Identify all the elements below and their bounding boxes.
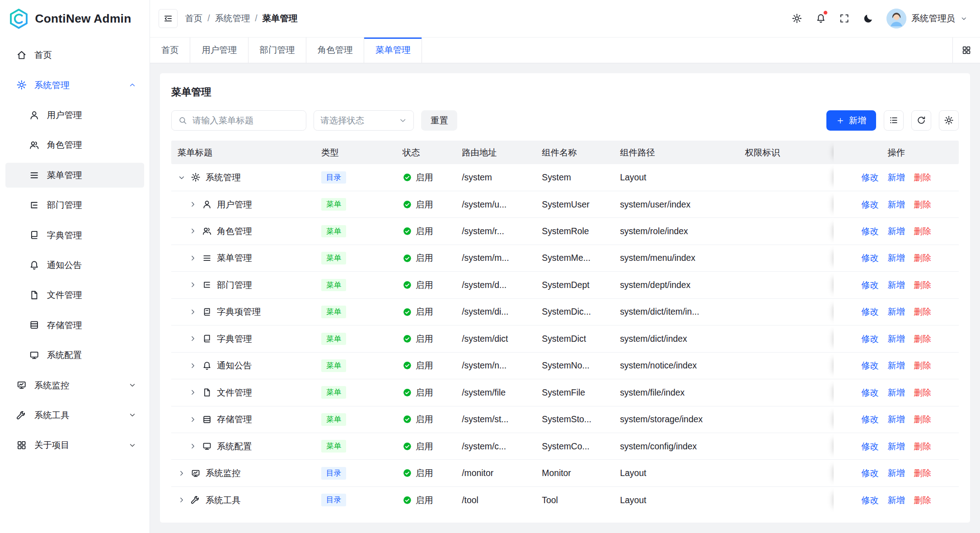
type-badge: 目录 xyxy=(321,467,346,480)
add-link[interactable]: 新增 xyxy=(887,440,905,453)
sidebar-collapse-button[interactable] xyxy=(159,9,177,28)
settings-button[interactable] xyxy=(786,8,807,29)
sidebar-item-monitor[interactable]: 系统监控 xyxy=(5,373,144,397)
row-expand-right-icon[interactable] xyxy=(178,496,186,504)
add-link[interactable]: 新增 xyxy=(887,198,905,211)
delete-link[interactable]: 删除 xyxy=(914,359,931,372)
modify-link[interactable]: 修改 xyxy=(861,198,879,211)
tab-menu[interactable]: 菜单管理 xyxy=(364,38,422,63)
delete-link[interactable]: 删除 xyxy=(914,198,931,211)
component-path-cell: system/config/index xyxy=(614,433,739,459)
status-cell: 启用 xyxy=(396,353,455,379)
row-expand-right-icon[interactable] xyxy=(189,281,197,289)
modify-link[interactable]: 修改 xyxy=(861,306,879,318)
row-expand-right-icon[interactable] xyxy=(189,308,197,316)
add-link[interactable]: 新增 xyxy=(887,494,905,506)
breadcrumb-home[interactable]: 首页 xyxy=(185,12,202,24)
add-link[interactable]: 新增 xyxy=(887,359,905,372)
sidebar-item-role[interactable]: 角色管理 xyxy=(5,132,144,157)
modify-link[interactable]: 修改 xyxy=(861,279,879,291)
sidebar-item-system[interactable]: 系统管理 xyxy=(5,72,144,97)
add-link[interactable]: 新增 xyxy=(887,279,905,291)
sidebar-item-home[interactable]: 首页 xyxy=(5,42,144,67)
row-expand-right-icon[interactable] xyxy=(189,254,197,262)
component-name-cell: SystemDict xyxy=(535,325,614,352)
modify-link[interactable]: 修改 xyxy=(861,440,879,453)
add-button[interactable]: 新增 xyxy=(826,110,877,130)
menu-title-search-field[interactable] xyxy=(192,115,300,126)
row-expand-right-icon[interactable] xyxy=(189,227,197,235)
add-link[interactable]: 新增 xyxy=(887,467,905,479)
search-input[interactable] xyxy=(171,110,306,130)
sidebar-item-about[interactable]: 关于项目 xyxy=(5,433,144,458)
modify-link[interactable]: 修改 xyxy=(861,252,879,264)
tab-actions-button[interactable] xyxy=(952,38,980,63)
modify-link[interactable]: 修改 xyxy=(861,494,879,506)
add-link[interactable]: 新增 xyxy=(887,306,905,318)
user-menu[interactable]: 系统管理员 xyxy=(886,9,968,28)
breadcrumb-current: 菜单管理 xyxy=(263,12,297,24)
status-label: 启用 xyxy=(416,494,433,506)
type-cell: 菜单 xyxy=(315,406,396,433)
row-expand-right-icon[interactable] xyxy=(189,335,197,343)
row-expand-right-icon[interactable] xyxy=(189,442,197,450)
tab-home[interactable]: 首页 xyxy=(150,38,191,63)
row-expand-right-icon[interactable] xyxy=(189,362,197,370)
add-link[interactable]: 新增 xyxy=(887,333,905,345)
sidebar-item-config[interactable]: 系统配置 xyxy=(5,343,144,368)
modify-link[interactable]: 修改 xyxy=(861,225,879,237)
delete-link[interactable]: 删除 xyxy=(914,467,931,479)
add-link[interactable]: 新增 xyxy=(887,413,905,425)
sidebar-item-dept[interactable]: 部门管理 xyxy=(5,193,144,217)
add-link[interactable]: 新增 xyxy=(887,225,905,237)
row-expand-down-icon[interactable] xyxy=(178,174,186,182)
row-expand-right-icon[interactable] xyxy=(189,200,197,208)
status-label: 启用 xyxy=(416,279,433,291)
delete-link[interactable]: 删除 xyxy=(914,225,931,237)
modify-link[interactable]: 修改 xyxy=(861,333,879,345)
notifications-button[interactable] xyxy=(810,8,831,29)
row-expand-right-icon[interactable] xyxy=(178,469,186,477)
sidebar-item-notice[interactable]: 通知公告 xyxy=(5,253,144,278)
delete-link[interactable]: 删除 xyxy=(914,440,931,453)
modify-link[interactable]: 修改 xyxy=(861,413,879,425)
tab-role[interactable]: 角色管理 xyxy=(306,38,364,63)
column-settings-button[interactable] xyxy=(939,110,959,130)
delete-link[interactable]: 删除 xyxy=(914,494,931,506)
dark-mode-button[interactable] xyxy=(858,8,879,29)
sidebar-item-dict[interactable]: 字典管理 xyxy=(5,222,144,247)
delete-link[interactable]: 删除 xyxy=(914,171,931,184)
add-link[interactable]: 新增 xyxy=(887,387,905,399)
tab-user[interactable]: 用户管理 xyxy=(190,38,248,63)
sidebar-item-file[interactable]: 文件管理 xyxy=(5,283,144,307)
refresh-button[interactable] xyxy=(911,110,931,130)
add-link[interactable]: 新增 xyxy=(887,252,905,264)
delete-link[interactable]: 删除 xyxy=(914,306,931,318)
status-select[interactable]: 请选择状态 xyxy=(314,110,413,130)
delete-link[interactable]: 删除 xyxy=(914,279,931,291)
delete-link[interactable]: 删除 xyxy=(914,387,931,399)
add-link[interactable]: 新增 xyxy=(887,171,905,184)
sidebar: ContiNew Admin 首页 系统管理 用户管理 角色管理 菜单管理 部门… xyxy=(0,0,150,533)
modify-link[interactable]: 修改 xyxy=(861,171,879,184)
sidebar-item-menu[interactable]: 菜单管理 xyxy=(5,163,144,188)
tab-dept[interactable]: 部门管理 xyxy=(249,38,306,63)
sidebar-item-storage[interactable]: 存储管理 xyxy=(5,313,144,338)
row-expand-right-icon[interactable] xyxy=(189,388,197,396)
breadcrumb-system[interactable]: 系统管理 xyxy=(215,12,250,24)
component-name-cell: Monitor xyxy=(535,460,614,486)
delete-link[interactable]: 删除 xyxy=(914,413,931,425)
sidebar-item-tools[interactable]: 系统工具 xyxy=(5,403,144,428)
row-density-button[interactable] xyxy=(884,110,904,130)
delete-link[interactable]: 删除 xyxy=(914,333,931,345)
fullscreen-button[interactable] xyxy=(834,8,855,29)
reset-button[interactable]: 重置 xyxy=(421,110,457,130)
delete-link[interactable]: 删除 xyxy=(914,252,931,264)
modify-link[interactable]: 修改 xyxy=(861,467,879,479)
sidebar-item-user[interactable]: 用户管理 xyxy=(5,103,144,127)
modify-link[interactable]: 修改 xyxy=(861,359,879,372)
row-expand-right-icon[interactable] xyxy=(189,415,197,424)
modify-link[interactable]: 修改 xyxy=(861,387,879,399)
menu-title: 系统管理 xyxy=(206,171,240,184)
menu-title-cell: 存储管理 xyxy=(171,406,315,433)
